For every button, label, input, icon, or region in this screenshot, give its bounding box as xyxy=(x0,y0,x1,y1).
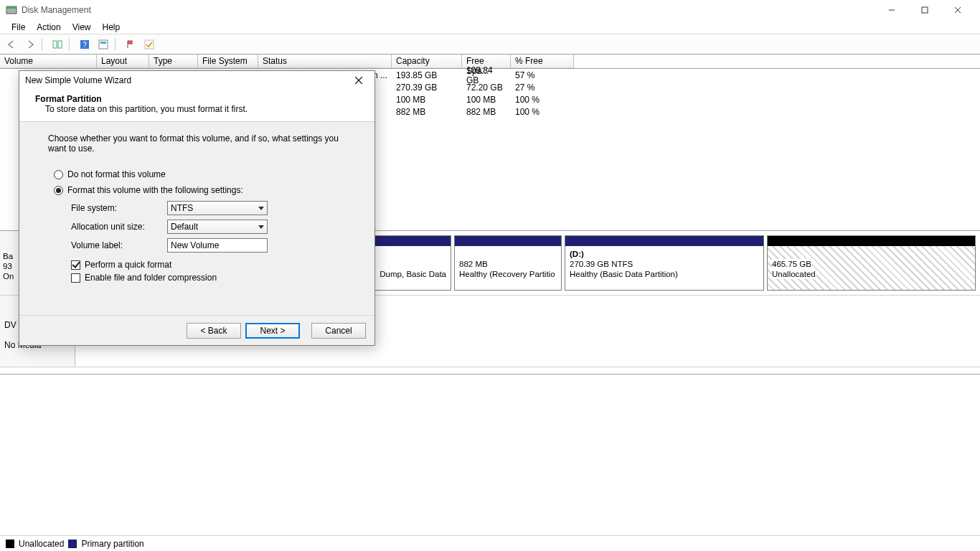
free-cell: 100 MB xyxy=(462,95,511,105)
partition[interactable]: 882 MB Healthy (Recovery Partitio xyxy=(454,235,562,291)
legend-label: Primary partition xyxy=(81,539,143,549)
maximize-button[interactable] xyxy=(908,0,941,20)
svg-text:?: ? xyxy=(83,41,87,49)
svg-rect-3 xyxy=(922,7,928,13)
dialog-body: Choose whether you want to format this v… xyxy=(19,122,374,316)
new-simple-volume-wizard: New Simple Volume Wizard Format Partitio… xyxy=(19,70,375,346)
forward-icon[interactable] xyxy=(22,37,39,52)
checkbox-quick-format[interactable]: Perform a quick format xyxy=(71,260,350,270)
capacity-cell: 270.39 GB xyxy=(392,83,462,93)
pct-cell: 57 % xyxy=(511,70,574,80)
col-pctfree[interactable]: % Free xyxy=(511,55,574,68)
menu-view[interactable]: View xyxy=(67,22,97,32)
dialog-titlebar[interactable]: New Simple Volume Wizard xyxy=(19,71,374,90)
svg-rect-7 xyxy=(58,41,62,48)
minimize-button[interactable] xyxy=(875,0,908,20)
app-icon xyxy=(6,4,17,16)
close-button[interactable] xyxy=(941,0,974,20)
svg-rect-10 xyxy=(99,40,108,49)
allocation-unit-select[interactable]: Default xyxy=(167,220,268,234)
radio-do-not-format[interactable]: Do not format this volume xyxy=(54,169,350,179)
flag-icon[interactable] xyxy=(122,37,139,52)
next-button[interactable]: Next > xyxy=(245,323,300,339)
free-cell: 882 MB xyxy=(462,107,511,117)
col-layout[interactable]: Layout xyxy=(97,55,149,68)
checkbox-icon xyxy=(71,273,80,283)
dialog-heading: Format Partition xyxy=(35,94,359,104)
window-title: Disk Management xyxy=(22,5,91,15)
menu-action[interactable]: Action xyxy=(31,22,66,32)
radio-icon xyxy=(54,170,63,179)
cancel-button[interactable]: Cancel xyxy=(311,323,366,339)
dialog-header: Format Partition To store data on this p… xyxy=(19,90,374,122)
volume-label-label: Volume label: xyxy=(71,240,167,250)
radio-format-volume[interactable]: Format this volume with the following se… xyxy=(54,185,350,195)
show-hide-icon[interactable] xyxy=(49,37,66,52)
dialog-subheading: To store data on this partition, you mus… xyxy=(35,104,359,114)
col-volume[interactable]: Volume xyxy=(0,55,97,68)
refresh-icon[interactable] xyxy=(95,37,112,52)
svg-rect-11 xyxy=(100,42,106,44)
pct-cell: 100 % xyxy=(511,95,574,105)
allocation-label: Allocation unit size: xyxy=(71,222,167,232)
back-button[interactable]: < Back xyxy=(187,323,241,339)
capacity-cell: 100 MB xyxy=(392,95,462,105)
separator xyxy=(42,38,46,51)
legend-swatch-primary xyxy=(68,540,77,548)
file-system-select[interactable]: NTFS xyxy=(167,201,268,215)
col-filesystem[interactable]: File System xyxy=(198,55,258,68)
titlebar: Disk Management xyxy=(0,0,980,20)
svg-rect-1 xyxy=(6,6,17,9)
legend-swatch-unalloc xyxy=(6,540,14,548)
legend: Unallocated Primary partition xyxy=(0,535,980,551)
dialog-footer: < Back Next > Cancel xyxy=(19,315,374,345)
back-icon[interactable] xyxy=(3,37,20,52)
legend-label: Unallocated xyxy=(19,539,64,549)
svg-rect-12 xyxy=(145,40,154,49)
menu-help[interactable]: Help xyxy=(97,22,126,32)
svg-rect-6 xyxy=(53,41,57,48)
dialog-title: New Simple Volume Wizard xyxy=(25,75,131,85)
partition-d[interactable]: (D:) 270.39 GB NTFS Healthy (Basic Data … xyxy=(565,235,764,291)
col-type[interactable]: Type xyxy=(149,55,198,68)
free-cell: 72.20 GB xyxy=(462,83,511,93)
help-icon[interactable]: ? xyxy=(76,37,93,52)
pct-cell: 27 % xyxy=(511,83,574,93)
radio-icon xyxy=(54,186,63,195)
capacity-cell: 193.85 GB xyxy=(392,70,462,80)
volume-label-input[interactable]: New Volume xyxy=(167,238,268,253)
toolbar: ? xyxy=(0,34,980,55)
pct-cell: 100 % xyxy=(511,107,574,117)
partition-unallocated[interactable]: 465.75 GB Unallocated xyxy=(767,235,976,291)
check-icon[interactable] xyxy=(141,37,158,52)
menu-file[interactable]: File xyxy=(6,22,31,32)
checkbox-icon xyxy=(71,260,80,270)
menubar: File Action View Help xyxy=(0,20,980,34)
col-status[interactable]: Status xyxy=(258,55,392,68)
dialog-close-button[interactable] xyxy=(349,72,369,88)
separator xyxy=(115,38,119,51)
col-capacity[interactable]: Capacity xyxy=(392,55,462,68)
dialog-intro: Choose whether you want to format this v… xyxy=(44,133,350,154)
checkbox-compression[interactable]: Enable file and folder compression xyxy=(71,273,350,283)
fs-label: File system: xyxy=(71,203,167,213)
capacity-cell: 882 MB xyxy=(392,107,462,117)
separator xyxy=(69,38,73,51)
